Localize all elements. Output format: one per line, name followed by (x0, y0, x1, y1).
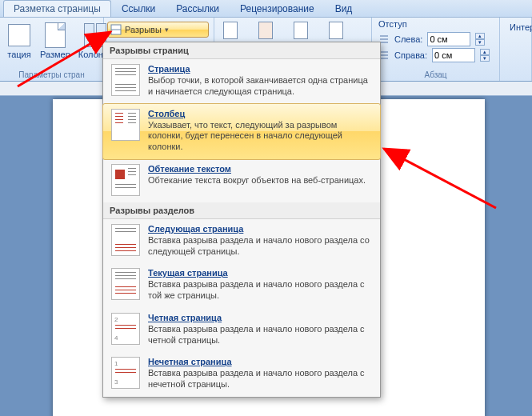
text-wrapping-icon (111, 164, 140, 196)
watermark-button[interactable] (221, 21, 240, 40)
orientation-button[interactable]: тация (5, 21, 34, 59)
indent-right-input[interactable] (432, 48, 475, 62)
menu-item-desc: Выбор точки, в которой заканчивается одн… (148, 75, 372, 98)
group-page-setup: тация Размер Колонки Параметры стран (0, 18, 104, 81)
orientation-icon (8, 24, 30, 46)
breaks-button[interactable]: Разрывы ▾ (107, 22, 209, 38)
size-button[interactable]: Размер (38, 21, 72, 59)
ribbon-tabs: Разметка страницы Ссылки Рассылки Реценз… (0, 0, 532, 18)
breaks-icon (110, 24, 122, 35)
menu-item-desc: Вставка разрыва раздела и начало нового … (148, 368, 372, 390)
doc-icon (294, 22, 308, 39)
indent-title: Отступ (378, 19, 493, 29)
page-borders-button[interactable] (291, 21, 310, 40)
page-color-button[interactable] (256, 21, 275, 40)
next-page-icon (111, 224, 140, 256)
extra-button[interactable] (326, 21, 346, 40)
column-break-icon (111, 109, 140, 141)
continuous-icon (111, 268, 140, 300)
odd-page-icon: 1 3 (111, 357, 140, 389)
group-indent: Отступ Слева: ▴▾ Справа: ▴▾ Абзац (372, 18, 500, 81)
menu-item-even-page[interactable]: 2 4 Четная страница Вставка разрыва разд… (103, 308, 380, 353)
indent-left-spinner[interactable]: ▴▾ (475, 33, 485, 46)
menu-item-title: Столбец (148, 109, 372, 118)
doc-icon (223, 22, 238, 39)
tab-mailings[interactable]: Рассылки (166, 0, 230, 17)
even-page-icon: 2 4 (111, 313, 140, 345)
menu-item-title: Четная страница (148, 313, 372, 322)
interval-label: Интер (505, 19, 526, 32)
menu-item-page-break[interactable]: Страница Выбор точки, в которой заканчив… (103, 59, 380, 104)
doc-icon (329, 22, 343, 39)
indent-right-label: Справа: (394, 50, 427, 60)
tab-view[interactable]: Вид (325, 0, 363, 17)
menu-item-next-page[interactable]: Следующая страница Вставка разрыва разде… (103, 219, 380, 264)
menu-item-desc: Вставка разрыва раздела и начало нового … (148, 279, 372, 302)
menu-item-odd-page[interactable]: 1 3 Нечетная страница Вставка разрыва ра… (103, 352, 380, 397)
indent-right-spinner[interactable]: ▴▾ (480, 49, 490, 62)
menu-item-desc: Вставка разрыва раздела и начало нового … (148, 235, 372, 258)
dropdown-section-page-breaks: Разрывы страниц (103, 42, 380, 59)
group-interval: Интер (500, 18, 532, 81)
page-size-icon (45, 22, 66, 48)
menu-item-desc: Вставка разрыва раздела и начало нового … (148, 324, 372, 346)
page-break-icon (111, 64, 140, 96)
menu-item-title: Страница (148, 64, 372, 74)
breaks-dropdown: Разрывы страниц Страница Выбор точки, в … (102, 42, 381, 398)
tab-references[interactable]: Ссылки (111, 0, 166, 17)
group-label-paragraph: Абзац (372, 70, 499, 79)
menu-item-text-wrapping[interactable]: Обтекание текстом Обтекание текста вокру… (103, 159, 380, 202)
group-label-page-setup: Параметры стран (0, 70, 103, 79)
indent-left-input[interactable] (427, 32, 470, 46)
menu-item-desc: Обтекание текста вокруг объектов на веб-… (148, 175, 372, 186)
menu-item-column-break[interactable]: Столбец Указывает, что текст, следующий … (102, 103, 381, 160)
menu-item-desc: Указывает, что текст, следующий за разры… (148, 120, 372, 153)
indent-left-label: Слева: (394, 34, 422, 44)
menu-item-title: Следующая страница (148, 224, 372, 234)
dropdown-section-section-breaks: Разрывы разделов (103, 202, 380, 219)
tab-review[interactable]: Рецензирование (230, 0, 325, 17)
doc-icon (258, 22, 273, 39)
breaks-label: Разрывы (125, 25, 162, 34)
tab-page-layout[interactable]: Разметка страницы (3, 0, 111, 17)
chevron-down-icon: ▾ (165, 26, 169, 34)
menu-item-title: Текущая страница (148, 268, 372, 278)
menu-item-title: Обтекание текстом (148, 164, 372, 174)
menu-item-title: Нечетная страница (148, 357, 372, 366)
menu-item-continuous[interactable]: Текущая страница Вставка разрыва раздела… (103, 263, 380, 308)
